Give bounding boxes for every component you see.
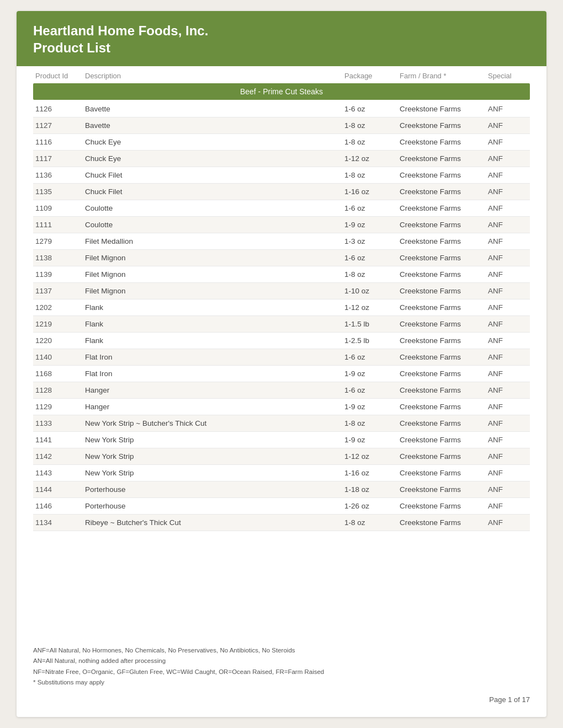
- cell-description: Flat Iron: [83, 353, 342, 361]
- cell-description: Chuck Filet: [83, 188, 342, 196]
- header-line2: Product List: [33, 39, 530, 56]
- cell-description: New York Strip: [83, 469, 342, 477]
- cell-package: 1-9 oz: [342, 403, 397, 411]
- table-row: 1279 Filet Medallion 1-3 oz Creekstone F…: [33, 233, 530, 250]
- col-header-id: Product Id: [33, 72, 83, 80]
- cell-package: 1-12 oz: [342, 452, 397, 461]
- cell-description: Coulotte: [83, 221, 342, 229]
- cell-farm: Creekstone Farms: [397, 171, 486, 179]
- cell-package: 1-8 oz: [342, 138, 397, 146]
- col-header-package: Package: [342, 72, 397, 80]
- cell-special: ANF: [486, 171, 530, 179]
- cell-package: 1-8 oz: [342, 270, 397, 279]
- cell-id: 1140: [33, 353, 83, 361]
- cell-special: ANF: [486, 121, 530, 130]
- cell-package: 1-8 oz: [342, 518, 397, 527]
- table-row: 1146 Porterhouse 1-26 oz Creekstone Farm…: [33, 498, 530, 515]
- table-row: 1137 Filet Mignon 1-10 oz Creekstone Far…: [33, 283, 530, 299]
- cell-special: ANF: [486, 502, 530, 510]
- footer-line2: AN=All Natural, nothing added after proc…: [33, 656, 530, 667]
- cell-package: 1-9 oz: [342, 221, 397, 229]
- cell-farm: Creekstone Farms: [397, 403, 486, 411]
- col-header-description: Description: [83, 72, 342, 80]
- cell-id: 1128: [33, 386, 83, 394]
- cell-special: ANF: [486, 188, 530, 196]
- cell-id: 1134: [33, 518, 83, 527]
- col-header-farm: Farm / Brand *: [397, 72, 486, 80]
- cell-id: 1135: [33, 188, 83, 196]
- cell-special: ANF: [486, 403, 530, 411]
- cell-special: ANF: [486, 386, 530, 394]
- cell-description: Filet Mignon: [83, 287, 342, 295]
- cell-farm: Creekstone Farms: [397, 436, 486, 444]
- cell-special: ANF: [486, 270, 530, 279]
- table-row: 1139 Filet Mignon 1-8 oz Creekstone Farm…: [33, 266, 530, 283]
- cell-farm: Creekstone Farms: [397, 485, 486, 494]
- cell-description: Chuck Eye: [83, 154, 342, 163]
- table-body: 1126 Bavette 1-6 oz Creekstone Farms ANF…: [33, 101, 530, 625]
- cell-farm: Creekstone Farms: [397, 370, 486, 378]
- cell-id: 1138: [33, 254, 83, 262]
- cell-package: 1-6 oz: [342, 204, 397, 212]
- table-row: 1142 New York Strip 1-12 oz Creekstone F…: [33, 448, 530, 465]
- cell-description: Ribeye ~ Butcher's Thick Cut: [83, 518, 342, 527]
- cell-id: 1137: [33, 287, 83, 295]
- cell-package: 1-9 oz: [342, 370, 397, 378]
- table-row: 1129 Hanger 1-9 oz Creekstone Farms ANF: [33, 399, 530, 415]
- cell-farm: Creekstone Farms: [397, 303, 486, 312]
- cell-special: ANF: [486, 353, 530, 361]
- cell-description: Filet Mignon: [83, 254, 342, 262]
- cell-farm: Creekstone Farms: [397, 386, 486, 394]
- table-row: 1111 Coulotte 1-9 oz Creekstone Farms AN…: [33, 217, 530, 233]
- table-row: 1134 Ribeye ~ Butcher's Thick Cut 1-8 oz…: [33, 515, 530, 531]
- cell-package: 1-6 oz: [342, 353, 397, 361]
- cell-id: 1146: [33, 502, 83, 510]
- cell-special: ANF: [486, 452, 530, 461]
- cell-farm: Creekstone Farms: [397, 353, 486, 361]
- cell-description: Flank: [83, 336, 342, 345]
- cell-farm: Creekstone Farms: [397, 121, 486, 130]
- cell-id: 1136: [33, 171, 83, 179]
- cell-farm: Creekstone Farms: [397, 270, 486, 279]
- cell-special: ANF: [486, 320, 530, 328]
- table-row: 1219 Flank 1-1.5 lb Creekstone Farms ANF: [33, 316, 530, 333]
- footer: ANF=All Natural, No Hormones, No Chemica…: [17, 636, 546, 717]
- cell-id: 1141: [33, 436, 83, 444]
- cell-package: 1-8 oz: [342, 419, 397, 427]
- cell-id: 1144: [33, 485, 83, 494]
- cell-package: 1-12 oz: [342, 303, 397, 312]
- cell-special: ANF: [486, 518, 530, 527]
- cell-description: Hanger: [83, 386, 342, 394]
- cell-id: 1142: [33, 452, 83, 461]
- cell-package: 1-9 oz: [342, 436, 397, 444]
- cell-id: 1133: [33, 419, 83, 427]
- page-header: Heartland Home Foods, Inc. Product List: [17, 11, 546, 66]
- cell-special: ANF: [486, 237, 530, 245]
- cell-description: Flank: [83, 320, 342, 328]
- cell-description: Flank: [83, 303, 342, 312]
- table-row: 1168 Flat Iron 1-9 oz Creekstone Farms A…: [33, 366, 530, 382]
- cell-id: 1129: [33, 403, 83, 411]
- cell-farm: Creekstone Farms: [397, 237, 486, 245]
- cell-description: New York Strip: [83, 452, 342, 461]
- cell-farm: Creekstone Farms: [397, 336, 486, 345]
- cell-special: ANF: [486, 303, 530, 312]
- table-row: 1141 New York Strip 1-9 oz Creekstone Fa…: [33, 432, 530, 448]
- cell-farm: Creekstone Farms: [397, 254, 486, 262]
- cell-package: 1-26 oz: [342, 502, 397, 510]
- header-line1: Heartland Home Foods, Inc.: [33, 22, 530, 39]
- cell-description: Filet Medallion: [83, 237, 342, 245]
- cell-id: 1219: [33, 320, 83, 328]
- cell-farm: Creekstone Farms: [397, 105, 486, 113]
- table-row: 1138 Filet Mignon 1-6 oz Creekstone Farm…: [33, 250, 530, 266]
- cell-description: Porterhouse: [83, 485, 342, 494]
- cell-package: 1-12 oz: [342, 154, 397, 163]
- cell-special: ANF: [486, 336, 530, 345]
- cell-description: Bavette: [83, 121, 342, 130]
- table-row: 1140 Flat Iron 1-6 oz Creekstone Farms A…: [33, 349, 530, 366]
- cell-description: Filet Mignon: [83, 270, 342, 279]
- cell-description: Bavette: [83, 105, 342, 113]
- table-row: 1135 Chuck Filet 1-16 oz Creekstone Farm…: [33, 184, 530, 200]
- table-row: 1143 New York Strip 1-16 oz Creekstone F…: [33, 465, 530, 481]
- header-title: Heartland Home Foods, Inc. Product List: [33, 22, 530, 56]
